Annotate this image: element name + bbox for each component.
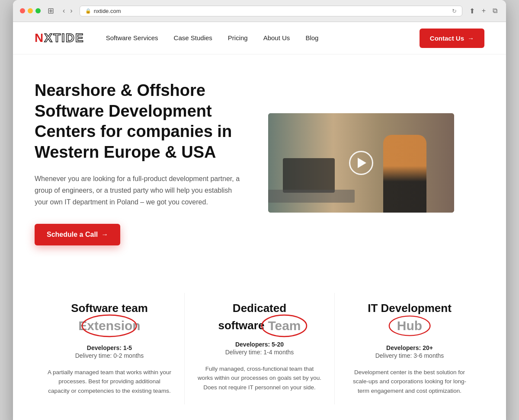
browser-nav: ‹ › xyxy=(61,6,74,16)
contact-us-label: Contact Us xyxy=(430,35,464,42)
service-title-3: IT Development Hub xyxy=(348,302,471,337)
nav-link-case-studies[interactable]: Case Studies xyxy=(174,34,212,41)
hero-section: Nearshore & Offshore Software Developmen… xyxy=(13,54,506,271)
service-developers-1: Developers: 1-5 xyxy=(48,344,171,351)
nav-item-blog: Blog xyxy=(305,34,318,42)
person-silhouette xyxy=(383,135,426,213)
hero-video-container xyxy=(268,113,454,213)
video-thumbnail[interactable] xyxy=(268,113,454,213)
service-developers-2: Developers: 5-20 xyxy=(198,341,321,348)
play-icon xyxy=(358,158,366,168)
nav-link-pricing[interactable]: Pricing xyxy=(228,34,248,41)
service-delivery-2: Delivery time: 1-4 months xyxy=(198,349,321,356)
nav-link-blog[interactable]: Blog xyxy=(305,34,318,41)
traffic-lights xyxy=(20,8,41,13)
schedule-arrow-icon: → xyxy=(101,231,108,239)
schedule-call-button[interactable]: Schedule a Call → xyxy=(35,224,120,245)
circle-annotation-2 xyxy=(261,314,308,337)
forward-button[interactable]: › xyxy=(68,6,74,16)
tab-overview-button[interactable]: ⧉ xyxy=(491,6,499,16)
browser-window: ⊞ ‹ › 🔒 nxtide.com ↻ ⬆ + ⧉ NXTIDE Softwa… xyxy=(13,0,506,420)
svg-point-0 xyxy=(82,315,136,337)
maximize-button[interactable] xyxy=(35,8,41,13)
nav-item-case: Case Studies xyxy=(174,34,212,42)
website-content: NXTIDE Software Services Case Studies Pr… xyxy=(13,22,506,420)
service-title-line1: Software team xyxy=(48,302,171,315)
service-delivery-1: Delivery time: 0-2 months xyxy=(48,352,171,359)
nav-link-software-services[interactable]: Software Services xyxy=(106,34,158,41)
service-card-team: Dedicated software Team Developers: 5-20… xyxy=(185,293,335,404)
svg-point-2 xyxy=(389,316,430,335)
service-title-line1-2: Dedicated xyxy=(198,302,321,315)
minimize-button[interactable] xyxy=(28,8,33,13)
nav-link-about[interactable]: About Us xyxy=(263,34,290,41)
nav-item-software: Software Services xyxy=(106,34,158,42)
monitor-element xyxy=(283,158,335,193)
circle-annotation-3 xyxy=(388,314,431,337)
service-title-2: Dedicated software Team xyxy=(198,302,321,333)
refresh-icon: ↻ xyxy=(452,8,457,14)
service-dedicated-software: software xyxy=(218,319,264,332)
logo-letter-n: N xyxy=(35,31,44,45)
service-card-extension: Software team Extension Developers: 1-5 … xyxy=(35,293,185,404)
service-title-1: Software team Extension xyxy=(48,302,171,337)
hero-title: Nearshore & Offshore Software Developmen… xyxy=(35,80,242,162)
nav-item-pricing: Pricing xyxy=(228,34,248,42)
services-section: Software team Extension Developers: 1-5 … xyxy=(13,271,506,420)
logo-rest: XTIDE xyxy=(44,31,84,45)
browser-actions: ⬆ + ⧉ xyxy=(468,6,499,16)
svg-point-1 xyxy=(262,315,307,337)
nav-links: Software Services Case Studies Pricing A… xyxy=(106,34,420,42)
hero-description: Whenever you are looking for a full-prod… xyxy=(35,173,242,208)
service-desc-3: Development center is the best solution … xyxy=(348,368,471,396)
close-button[interactable] xyxy=(20,8,25,13)
service-developers-3: Developers: 20+ xyxy=(348,344,471,351)
browser-chrome: ⊞ ‹ › 🔒 nxtide.com ↻ ⬆ + ⧉ xyxy=(13,0,506,22)
schedule-call-label: Schedule a Call xyxy=(47,231,98,239)
service-card-hub: IT Development Hub Developers: 20+ Deliv… xyxy=(335,293,484,404)
contact-arrow-icon: → xyxy=(468,35,474,42)
url-text: nxtide.com xyxy=(94,8,121,14)
hero-content: Nearshore & Offshore Software Developmen… xyxy=(35,80,242,245)
desk-element xyxy=(268,190,355,203)
logo[interactable]: NXTIDE xyxy=(35,31,84,45)
play-button[interactable] xyxy=(349,151,373,175)
lock-icon: 🔒 xyxy=(85,8,91,14)
contact-us-button[interactable]: Contact Us → xyxy=(420,29,484,48)
service-title-line1-3: IT Development xyxy=(348,302,471,315)
nav-item-about: About Us xyxy=(263,34,290,42)
back-button[interactable]: ‹ xyxy=(61,6,67,16)
new-tab-button[interactable]: + xyxy=(480,6,487,16)
circle-annotation-1 xyxy=(70,314,148,337)
service-delivery-3: Delivery time: 3-6 months xyxy=(348,352,471,359)
service-desc-2: Fully managed, cross-functional team tha… xyxy=(198,364,321,392)
navigation: NXTIDE Software Services Case Studies Pr… xyxy=(13,22,506,54)
sidebar-toggle[interactable]: ⊞ xyxy=(46,5,56,16)
service-desc-1: A partially managed team that works with… xyxy=(48,368,171,396)
address-bar[interactable]: 🔒 nxtide.com ↻ xyxy=(80,6,462,16)
share-button[interactable]: ⬆ xyxy=(468,6,477,16)
